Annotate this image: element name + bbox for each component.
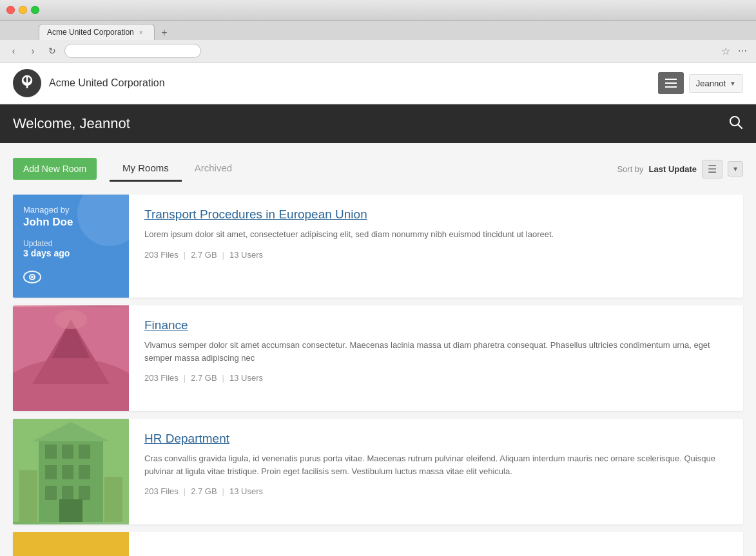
users-count: 13 Users — [229, 250, 263, 260]
managed-info: Managed by John Doe — [23, 205, 119, 229]
sort-area: Sort by Last Update ☰ ▾ — [617, 160, 743, 178]
maximize-traffic-light[interactable] — [31, 6, 39, 14]
bookmark-button[interactable]: ☆ — [721, 45, 730, 57]
room-item — [13, 532, 743, 556]
menu-line-3 — [665, 86, 677, 88]
eye-icon — [23, 271, 119, 287]
room-item: Finance Vivamus semper dolor sit amet ac… — [13, 305, 743, 411]
hamburger-menu-button[interactable] — [658, 72, 684, 94]
managed-by-label: Managed by — [23, 205, 119, 215]
close-traffic-light[interactable] — [6, 6, 15, 14]
room-title[interactable]: HR Department — [144, 432, 728, 446]
updated-label: Updated — [23, 239, 119, 248]
tabs: My Rooms Archived — [110, 156, 245, 182]
room-meta: 203 Files | 2.7 GB | 13 Users — [144, 373, 728, 383]
room-title[interactable]: Transport Procedures in European Union — [144, 207, 728, 222]
room-thumbnail-finance — [13, 305, 129, 411]
address-bar[interactable] — [64, 44, 201, 58]
company-name: Acme United Corporation — [49, 77, 165, 89]
back-button[interactable]: ‹ — [6, 44, 21, 58]
size: 2.7 GB — [191, 373, 217, 383]
room-title[interactable]: Finance — [144, 318, 728, 332]
refresh-button[interactable]: ↻ — [45, 44, 59, 58]
search-button[interactable] — [729, 115, 743, 133]
tab-archived[interactable]: Archived — [182, 156, 245, 182]
browser-chrome: Acme United Corporation × + ‹ › ↻ ☆ ⋯ — [0, 0, 756, 62]
svg-point-6 — [31, 276, 34, 278]
welcome-bar: Welcome, Jeannot — [0, 104, 756, 143]
user-chevron-icon: ▼ — [730, 80, 736, 87]
new-tab-button[interactable]: + — [157, 26, 171, 40]
tab-my-rooms[interactable]: My Rooms — [110, 156, 182, 182]
header-right: Jeannot ▼ — [658, 72, 743, 94]
top-bar-left: Add New Room My Rooms Archived — [13, 156, 245, 182]
room-info: Finance Vivamus semper dolor sit amet ac… — [129, 305, 743, 411]
updated-days: 3 days ago — [23, 248, 119, 258]
room-item: HR Department Cras convallis gravida lig… — [13, 419, 743, 524]
files-count: 203 Files — [144, 373, 179, 383]
app-logo — [13, 69, 41, 97]
updated-info: Updated 3 days ago — [23, 231, 119, 258]
size: 2.7 GB — [191, 486, 217, 496]
svg-rect-28 — [104, 477, 122, 522]
separator-2: | — [222, 486, 224, 496]
tab-close-button[interactable]: × — [139, 29, 143, 36]
room-item: Managed by John Doe Updated 3 days ago — [13, 195, 743, 298]
rooms-list: Managed by John Doe Updated 3 days ago — [13, 195, 743, 556]
separator-2: | — [222, 250, 224, 260]
menu-line-1 — [665, 79, 677, 80]
separator-1: | — [184, 373, 186, 383]
room-info: Transport Procedures in European Union L… — [129, 195, 743, 298]
separator-1: | — [184, 250, 186, 260]
sort-by-label: Sort by — [617, 164, 643, 174]
app-header: Acme United Corporation Jeannot ▼ — [0, 62, 756, 104]
menu-line-2 — [665, 82, 677, 84]
active-tab[interactable]: Acme United Corporation × — [39, 24, 155, 40]
room-description: Vivamus semper dolor sit amet accumsan c… — [144, 339, 728, 364]
forward-button[interactable]: › — [26, 44, 40, 58]
tab-label: Acme United Corporation — [47, 28, 134, 37]
users-count: 13 Users — [229, 373, 263, 383]
welcome-text: Welcome, Jeannot — [13, 115, 130, 132]
size: 2.7 GB — [191, 250, 217, 260]
top-bar: Add New Room My Rooms Archived Sort by L… — [13, 156, 743, 182]
room-info — [129, 532, 743, 556]
view-list-button[interactable]: ☰ — [702, 160, 722, 178]
browser-addressbar: ‹ › ↻ ☆ ⋯ — [0, 40, 756, 62]
extend-button[interactable]: ⋯ — [735, 44, 750, 58]
browser-titlebar — [0, 0, 756, 21]
separator-1: | — [184, 486, 186, 496]
user-menu-button[interactable]: Jeannot ▼ — [689, 74, 743, 93]
room-meta: 203 Files | 2.7 GB | 13 Users — [144, 486, 728, 496]
svg-rect-29 — [13, 532, 129, 556]
managed-name: John Doe — [23, 216, 119, 229]
room-thumbnail-yellow — [13, 532, 129, 556]
app: Acme United Corporation Jeannot ▼ Welcom… — [0, 62, 756, 556]
sort-value: Last Update — [649, 164, 697, 174]
browser-tabs: Acme United Corporation × + — [0, 21, 756, 40]
users-count: 13 Users — [229, 486, 263, 496]
room-thumbnail-managed: Managed by John Doe Updated 3 days ago — [13, 195, 129, 298]
logo-area: Acme United Corporation — [13, 69, 165, 97]
room-description: Lorem ipsum dolor sit amet, consectetuer… — [144, 228, 728, 241]
files-count: 203 Files — [144, 250, 179, 260]
separator-2: | — [222, 373, 224, 383]
room-description: Cras convallis gravida ligula, id venena… — [144, 452, 728, 477]
address-bar-wrap — [64, 44, 716, 58]
svg-line-3 — [739, 124, 742, 128]
room-meta: 203 Files | 2.7 GB | 13 Users — [144, 250, 728, 260]
add-room-button[interactable]: Add New Room — [13, 158, 97, 180]
user-label: Jeannot — [696, 79, 726, 88]
view-options-button[interactable]: ▾ — [728, 161, 743, 177]
room-thumbnail-hr — [13, 419, 129, 524]
files-count: 203 Files — [144, 486, 179, 496]
svg-rect-27 — [19, 470, 37, 522]
svg-rect-12 — [13, 307, 129, 410]
room-info: HR Department Cras convallis gravida lig… — [129, 419, 743, 524]
main-content: Add New Room My Rooms Archived Sort by L… — [0, 143, 756, 556]
minimize-traffic-light[interactable] — [19, 6, 27, 14]
